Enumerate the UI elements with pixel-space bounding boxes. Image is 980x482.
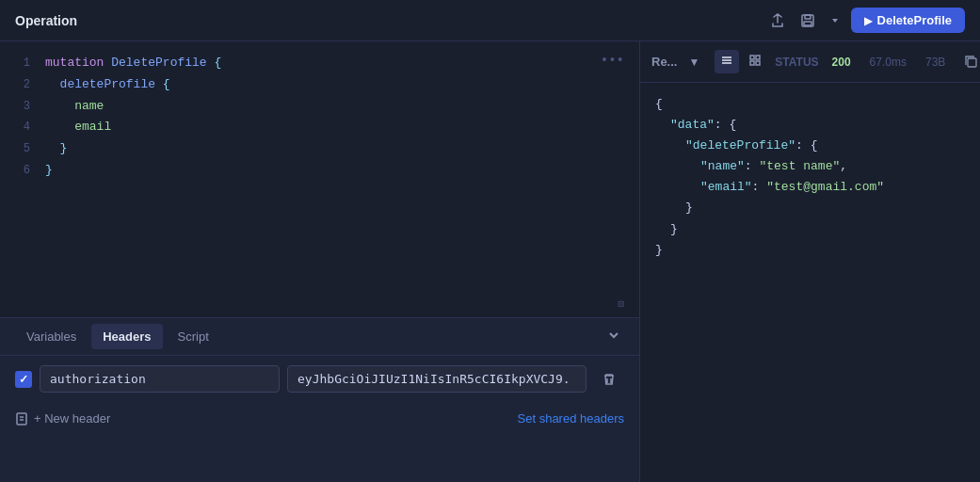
response-timing: 67.0ms: [870, 56, 907, 69]
editor-area[interactable]: 1 mutation DeleteProfile { 2 deleteProfi…: [0, 41, 639, 317]
bottom-panel: Variables Headers Script: [0, 317, 639, 482]
header-checkbox[interactable]: [15, 371, 32, 388]
editor-format-icon[interactable]: ⊡: [618, 297, 624, 310]
run-button[interactable]: DeleteProfile: [851, 8, 965, 33]
top-bar: Operation DeleteProfile: [0, 0, 980, 41]
main-content: 1 mutation DeleteProfile { 2 deleteProfi…: [0, 41, 980, 482]
json-line: "deleteProfile": {: [655, 136, 980, 156]
header-value-input[interactable]: [287, 365, 586, 393]
save-button[interactable]: [796, 9, 819, 32]
tab-variables[interactable]: Variables: [15, 324, 88, 349]
editor-dots[interactable]: •••: [601, 53, 624, 68]
svg-rect-5: [756, 56, 760, 59]
json-line: {: [655, 94, 980, 115]
play-icon: [864, 13, 872, 27]
code-line-3: 3 name: [0, 96, 639, 118]
header-key-input[interactable]: [40, 365, 280, 393]
tab-headers[interactable]: Headers: [91, 324, 162, 349]
new-header-row: + New header Set shared headers: [0, 402, 639, 433]
headers-content: [0, 356, 639, 402]
new-header-label: + New header: [34, 411, 110, 426]
status-label: STATUS: [775, 56, 818, 69]
code-line-4: 4 email: [0, 117, 639, 138]
json-line: }: [655, 198, 980, 218]
top-bar-icons: DeleteProfile: [766, 8, 965, 33]
tab-collapse-button[interactable]: [603, 325, 624, 348]
svg-rect-1: [805, 15, 811, 19]
run-button-label: DeleteProfile: [877, 13, 952, 27]
svg-rect-4: [750, 56, 754, 59]
right-panel: Re... ▼ STATUS 200 67.0ms 73B: [640, 41, 980, 482]
json-line: }: [655, 219, 980, 240]
response-top-bar: Re... ▼ STATUS 200 67.0ms 73B: [640, 41, 980, 83]
response-body: { "data": { "deleteProfile": { "name": "…: [640, 83, 980, 482]
json-line: "data": {: [655, 115, 980, 136]
delete-header-button[interactable]: [594, 368, 624, 391]
tabs-row: Variables Headers Script: [0, 318, 639, 356]
svg-rect-8: [968, 58, 976, 67]
json-line: }: [655, 240, 980, 261]
operation-title: Operation: [15, 13, 759, 28]
save-dropdown-button[interactable]: [827, 12, 843, 29]
view-list-button[interactable]: [715, 50, 739, 73]
svg-rect-6: [750, 61, 754, 65]
response-dropdown-button[interactable]: ▼: [684, 54, 703, 71]
json-line: "name": "test name",: [655, 156, 980, 177]
upload-button[interactable]: [766, 9, 789, 32]
code-line-1: 1 mutation DeleteProfile {: [0, 53, 639, 74]
header-row: [15, 365, 624, 393]
set-shared-headers-button[interactable]: Set shared headers: [518, 411, 624, 426]
status-code: 200: [832, 56, 851, 69]
file-icon: [15, 412, 28, 426]
json-line: "email": "test@gmail.com": [655, 177, 980, 198]
response-size: 73B: [925, 56, 945, 69]
copy-response-button[interactable]: [960, 51, 980, 72]
code-line-5: 5 }: [0, 138, 639, 160]
svg-rect-3: [17, 413, 26, 425]
code-line-2: 2 deleteProfile {: [0, 74, 639, 96]
svg-rect-2: [804, 22, 811, 25]
response-top-icons: [960, 51, 980, 72]
response-view-buttons: [715, 50, 767, 73]
code-line-6: 6 }: [0, 160, 639, 182]
view-grid-button[interactable]: [743, 50, 767, 73]
response-label: Re...: [651, 55, 677, 69]
new-header-button[interactable]: + New header: [15, 411, 110, 426]
svg-rect-7: [756, 61, 760, 65]
tab-script[interactable]: Script: [167, 324, 220, 349]
left-panel: 1 mutation DeleteProfile { 2 deleteProfi…: [0, 41, 640, 482]
